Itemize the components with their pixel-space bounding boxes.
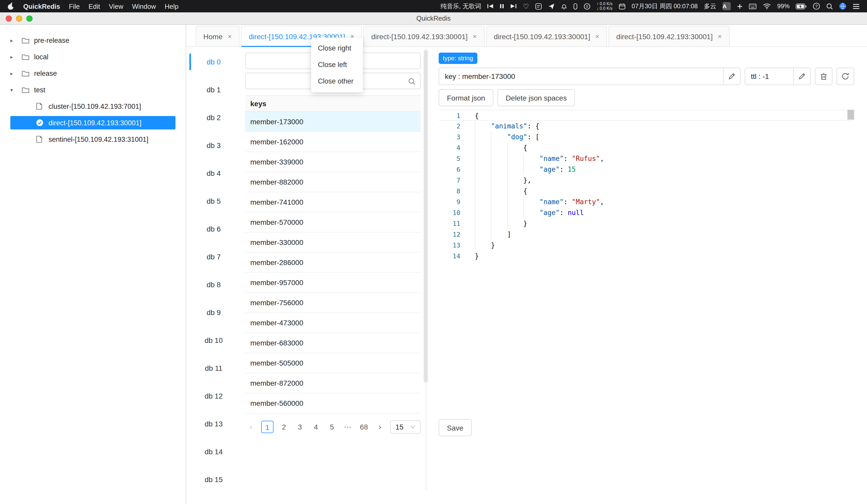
context-menu-item-close-other[interactable]: Close other [311,73,363,90]
db-item-db-8[interactable]: db 8 [189,271,238,298]
calendar-icon[interactable] [619,3,625,10]
tree-item[interactable]: ▸pre-release [0,32,186,48]
pill-icon[interactable] [573,3,577,10]
db-item-db-4[interactable]: db 4 [189,159,238,187]
menu-file[interactable]: File [69,2,80,10]
key-list-item[interactable]: member-957000 [245,273,420,293]
wifi-icon[interactable] [763,3,771,9]
tab-close-icon[interactable]: × [718,32,722,40]
db-item-db-0[interactable]: db 0 [189,48,238,76]
tree-item[interactable]: cluster-[150.109.42.193:7001] [0,98,186,114]
key-list-item[interactable]: member-741000 [245,192,420,212]
key-list-item[interactable]: member-872000 [245,373,420,393]
menu-window[interactable]: Window [132,2,156,10]
tree-item[interactable]: ▸local [0,48,186,65]
key-list-item[interactable]: member-683000 [245,333,420,353]
minimize-window-button[interactable] [16,15,22,22]
pagination-page-5[interactable]: 5 [326,421,338,433]
weather-text[interactable]: 多云 [704,3,716,9]
send-icon[interactable] [548,3,555,10]
json-editor[interactable]: 1{2"animals": {3"dog": [4{5"name": "Rufu… [439,110,854,403]
key-list-item[interactable]: member-473000 [245,313,420,333]
datetime-text[interactable]: 07月30日 周四 00:07:08 [632,3,698,9]
chevron-right-icon[interactable]: ▸ [10,70,22,76]
key-list-item[interactable]: member-560000 [245,393,420,414]
menu-view[interactable]: View [109,2,123,10]
bell-icon[interactable] [561,3,567,10]
pagination-page-1[interactable]: 1 [261,421,274,433]
tree-item[interactable]: sentinel-[150.109.42.193:31001] [0,131,186,147]
key-list-item[interactable]: member-173000 [245,112,420,132]
chevron-down-icon[interactable]: ▾ [10,87,22,92]
db-item-db-15[interactable]: db 15 [189,465,238,493]
db-item-db-11[interactable]: db 11 [189,354,238,382]
delete-key-button[interactable] [815,67,833,85]
db-item-db-10[interactable]: db 10 [189,326,238,354]
db-item-db-14[interactable]: db 14 [189,438,238,465]
refresh-key-button[interactable] [837,67,854,85]
media-pause-icon[interactable] [500,3,504,9]
context-menu-item-close-right[interactable]: Close right [311,40,363,57]
tree-item[interactable]: ▸release [0,65,186,81]
tab-close-icon[interactable]: × [228,32,232,40]
edit-ttl-button[interactable] [793,67,811,85]
chevron-right-icon[interactable]: ▸ [10,54,22,59]
key-list-item[interactable]: member-756000 [245,293,420,313]
db-item-db-13[interactable]: db 13 [189,410,238,438]
pagination-next-icon[interactable]: › [374,421,385,433]
key-list-item[interactable]: member-330000 [245,232,420,253]
network-speed[interactable]: ↑0.0 K/s ↓0.0 K/s [597,1,612,11]
db-item-db-9[interactable]: db 9 [189,298,238,326]
pagination-page-3[interactable]: 3 [294,421,306,433]
pagination-prev-icon[interactable]: ‹ [245,421,257,433]
key-list-item[interactable]: member-162000 [245,132,420,152]
apple-menu-icon[interactable] [7,2,14,10]
pagination-page-2[interactable]: 2 [278,421,290,433]
db-item-db-2[interactable]: db 2 [189,103,238,131]
spotlight-search-icon[interactable] [826,3,833,10]
browser-globe-icon[interactable] [839,2,846,10]
zero-badge-icon[interactable]: 0 [584,3,590,10]
lyrics-icon[interactable] [535,3,542,10]
editor-scrollbar[interactable] [847,110,854,403]
tree-item[interactable]: ▾test [0,81,186,98]
help-icon[interactable]: ? [813,2,820,10]
tree-item[interactable]: direct-[150.109.42.193:30001] [0,114,186,131]
key-list-item[interactable]: member-505000 [245,353,420,373]
db-item-db-3[interactable]: db 3 [189,131,238,159]
media-previous-icon[interactable] [488,3,494,9]
input-method-badge[interactable]: A [722,2,731,10]
search-icon[interactable] [408,78,416,87]
save-button[interactable]: Save [439,419,472,436]
db-item-db-6[interactable]: db 6 [189,215,238,243]
chevron-right-icon[interactable]: ▸ [10,37,22,43]
tab-close-icon[interactable]: × [595,32,599,40]
favorite-heart-icon[interactable]: ♡ [523,3,529,10]
pagination-page-68[interactable]: 68 [358,421,370,433]
key-list-item[interactable]: member-339000 [245,152,420,172]
db-item-db-5[interactable]: db 5 [189,187,238,215]
tab-home[interactable]: Home× [195,26,239,46]
zoom-window-button[interactable] [26,15,32,22]
pagination-page-4[interactable]: 4 [310,421,321,433]
key-list-item[interactable]: member-286000 [245,253,420,273]
tab-connection-4[interactable]: direct-[150.109.42.193:30001]× [608,26,729,46]
battery-percent-text[interactable]: 99% [777,3,790,9]
close-window-button[interactable] [6,15,12,22]
key-list-item[interactable]: member-882000 [245,172,420,192]
tab-connection-3[interactable]: direct-[150.109.42.193:30001]× [486,26,607,46]
key-list-item[interactable]: member-570000 [245,212,420,232]
shortcuts-plus-icon[interactable] [737,3,742,9]
pagination-ellipsis[interactable]: ••• [342,421,354,433]
format-json-button[interactable]: Format json [439,89,493,106]
tab-connection-2[interactable]: direct-[150.109.42.193:30001]× [364,26,484,46]
key-name-input[interactable] [439,67,724,85]
edit-key-button[interactable] [723,67,740,85]
delete-json-spaces-button[interactable]: Delete json spaces [497,89,575,106]
ttl-input[interactable] [745,67,794,85]
menu-edit[interactable]: Edit [88,2,100,10]
media-next-icon[interactable] [511,3,517,9]
panel-scrollbar[interactable] [424,50,428,383]
menu-help[interactable]: Help [164,2,179,10]
db-item-db-12[interactable]: db 12 [189,382,238,410]
